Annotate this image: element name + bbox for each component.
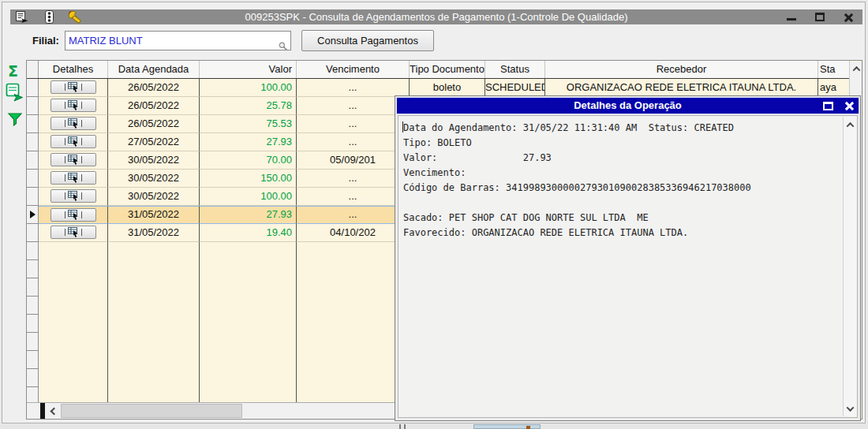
column-header-vencimento[interactable]: Vencimento: [297, 61, 410, 78]
row-indicator: [27, 151, 39, 170]
filter-funnel-icon[interactable]: [7, 112, 23, 130]
memo-vertical-scrollbar[interactable]: [843, 117, 856, 416]
cell-vencimento: 05/09/201: [297, 151, 410, 170]
row-indicator: [27, 333, 39, 351]
column-header-detalhes[interactable]: Detalhes: [39, 61, 108, 78]
memo-line: Data do Agendamento: 31/05/22 11:31:40 A…: [403, 121, 840, 136]
main-window: 009253SPK - Consulta de Agendamentos de …: [2, 2, 866, 423]
current-row-indicator: [27, 206, 39, 224]
grid-details-icon: [68, 100, 79, 110]
row-indicator: [27, 188, 39, 206]
scrollbar-thumb[interactable]: [61, 404, 242, 418]
detalhes-button[interactable]: [51, 153, 96, 166]
current-row-arrow-icon: [30, 211, 36, 218]
column-header-sta[interactable]: Sta: [818, 61, 850, 78]
filial-input[interactable]: [65, 31, 291, 50]
background-fragment: [399, 424, 401, 429]
grid-details-icon: [68, 210, 79, 220]
detalhes-button[interactable]: [51, 208, 96, 222]
grid-details-icon: [68, 136, 79, 147]
cell-vencimento: ...: [297, 133, 410, 151]
memo-line: Favorecido: ORGANIZACAO REDE ELETRICA IT…: [403, 226, 840, 241]
scroll-up-button[interactable]: [851, 62, 862, 75]
dialog-titlebar: Detalhes da Operação: [397, 98, 859, 114]
cell-valor: 70.00: [200, 151, 297, 170]
filial-label: Filial:: [32, 35, 59, 47]
grid-details-icon: [68, 227, 79, 237]
table-row[interactable]: 26/05/2022100.00...boletoSCHEDULEDORGANI…: [27, 79, 850, 97]
memo-scroll-down-button[interactable]: [844, 402, 856, 415]
valor-amount: 27.93: [266, 136, 292, 147]
column-header-tipo-documento[interactable]: Tipo Documento: [410, 61, 485, 78]
detalhes-button[interactable]: [51, 226, 96, 239]
valor-amount: 19.40: [266, 226, 292, 238]
memo-line: [403, 196, 840, 211]
close-button[interactable]: [842, 11, 855, 24]
cell-recebedor: ORGANIZACAO REDE ELETRICA ITAUNA LTDA.: [545, 79, 818, 97]
cell-valor: 150.00: [200, 170, 297, 188]
row-indicator: [27, 242, 39, 260]
column-header-status[interactable]: Status: [485, 61, 545, 78]
cell-valor: 19.40: [200, 224, 297, 242]
row-indicator: [27, 278, 39, 297]
row-indicator: [27, 260, 39, 278]
maximize-button[interactable]: [814, 11, 826, 24]
column-header-valor[interactable]: Valor: [200, 61, 297, 78]
maximize-icon: [815, 13, 825, 21]
cell-vencimento: ...: [297, 115, 410, 133]
cell-data-agendada: 26/05/2022: [108, 115, 200, 133]
main-titlebar: 009253SPK - Consulta de Agendamentos de …: [10, 9, 862, 24]
cell-sta: aya: [818, 79, 850, 97]
cell-data-agendada: 26/05/2022: [108, 97, 200, 115]
cell-detalhes: [39, 188, 108, 206]
sum-sigma-icon[interactable]: Σ: [8, 62, 18, 80]
memo-line: Código de Barras: 3419989300000279301090…: [403, 181, 840, 196]
cell-vencimento: 04/10/202: [297, 224, 410, 242]
application-screen: 009253SPK - Consulta de Agendamentos de …: [0, 0, 868, 429]
scroll-left-button[interactable]: [47, 404, 61, 418]
export-grid-icon[interactable]: [6, 83, 24, 106]
cell-data-agendada: 26/05/2022: [108, 79, 200, 97]
detalhes-operacao-dialog: Detalhes da Operação Data do Agendamento…: [395, 95, 861, 421]
minimize-button[interactable]: [785, 11, 798, 24]
cell-data-agendada: 27/05/2022: [108, 133, 200, 151]
consulta-pagamentos-button[interactable]: Consulta Pagamentos: [301, 30, 434, 51]
cell-detalhes: [39, 206, 108, 224]
detalhes-button[interactable]: [51, 189, 96, 203]
dialog-maximize-button[interactable]: [823, 102, 833, 110]
row-indicator: [27, 133, 39, 151]
detalhes-button[interactable]: [51, 135, 96, 148]
memo-scroll-up-button[interactable]: [844, 118, 856, 131]
grid-details-icon: [68, 118, 79, 129]
cell-vencimento: ...: [297, 206, 410, 224]
cell-detalhes: [39, 115, 108, 133]
memo-line: Vencimento:: [403, 166, 840, 181]
row-indicator: [27, 115, 39, 133]
lookup-magnifier-icon[interactable]: [279, 40, 288, 54]
grid-details-icon: [68, 155, 79, 165]
valor-amount: 25.78: [266, 99, 292, 111]
dialog-close-button[interactable]: [844, 101, 854, 110]
memo-line: Valor: 27.93: [403, 151, 840, 166]
cell-vencimento: ...: [297, 97, 410, 115]
background-fragment: [526, 426, 530, 429]
row-indicator: [27, 351, 39, 369]
grid-details-icon: [68, 173, 79, 183]
column-header-data-agendada[interactable]: Data Agendada: [108, 61, 200, 78]
memo-text: Data do Agendamento: 31/05/22 11:31:40 A…: [403, 121, 840, 416]
cell-status: SCHEDULED: [485, 79, 545, 97]
detalhes-button[interactable]: [51, 99, 96, 112]
scrollbar-grip[interactable]: [40, 403, 45, 419]
cell-valor: 100.00: [200, 188, 297, 206]
operation-details-memo[interactable]: Data do Agendamento: 31/05/22 11:31:40 A…: [398, 115, 858, 418]
chevron-up-icon: [846, 121, 854, 129]
detalhes-button[interactable]: [51, 117, 96, 130]
detalhes-button[interactable]: [51, 80, 96, 94]
grid-details-icon: [68, 82, 79, 92]
row-indicator: [27, 369, 39, 387]
valor-amount: 70.00: [266, 154, 292, 166]
row-indicator: [27, 79, 39, 97]
detalhes-button[interactable]: [51, 171, 96, 185]
column-header-recebedor[interactable]: Recebedor: [545, 61, 818, 78]
row-indicator: [27, 315, 39, 333]
